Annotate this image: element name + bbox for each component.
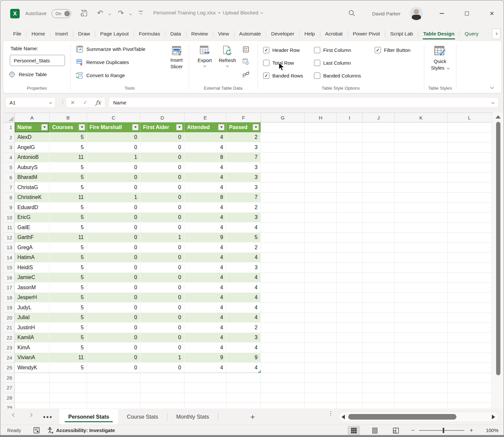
row-header-8[interactable]: 8 [4,193,15,203]
cell-G9[interactable] [261,203,305,213]
cell-B10[interactable]: 5 [50,213,87,223]
column-header-F[interactable]: F [226,113,261,122]
cell-E16[interactable]: 4 [184,273,226,283]
cell-D19[interactable]: 0 [140,303,184,313]
column-header-I[interactable]: I [337,113,363,122]
cell-D7[interactable]: 0 [140,183,184,193]
cell-I18[interactable] [337,293,363,303]
ribbon-tab-formulas[interactable]: Formulas [134,27,165,41]
cell-K27[interactable] [395,383,448,393]
cell-I21[interactable] [337,323,363,333]
export-button[interactable]: Export [195,45,215,67]
cell-A9[interactable]: EduardD [15,203,50,213]
undo-dropdown-icon[interactable] [108,12,111,15]
cell-L21[interactable] [448,323,492,333]
cell-A23[interactable]: KimA [15,343,50,353]
cell-E15[interactable]: 4 [184,263,226,273]
redo-dropdown-icon[interactable] [129,12,132,15]
maximize-button[interactable] [459,7,474,20]
cell-C20[interactable]: 0 [87,313,140,323]
table-header-cell-attended[interactable]: Attended [184,122,226,133]
cell-L7[interactable] [448,183,492,193]
cell-E9[interactable]: 4 [184,203,226,213]
cell-A27[interactable] [15,383,50,393]
cell-C10[interactable]: 0 [87,213,140,223]
column-header-C[interactable]: C [87,113,140,122]
checkbox-first-column[interactable] [314,47,320,53]
cell-F10[interactable]: 3 [226,213,261,223]
formula-bar-input[interactable]: Name [109,97,498,108]
cell-L6[interactable] [448,173,492,183]
spreadsheet-grid[interactable]: ABCDEFGHIJKL 1NameCoursesFire MarshallFi… [4,113,492,408]
cell-D18[interactable]: 0 [140,293,184,303]
cell-C29[interactable] [87,403,140,408]
cell-H18[interactable] [305,293,337,303]
cell-G13[interactable] [261,243,305,253]
row-header-13[interactable]: 13 [4,243,15,253]
row-header-3[interactable]: 3 [4,142,15,153]
cell-J21[interactable] [363,323,395,333]
cell-I12[interactable] [337,233,363,243]
cell-B17[interactable]: 5 [50,283,87,293]
cell-C19[interactable]: 0 [87,303,140,313]
refresh-button[interactable]: Refresh [217,45,238,67]
cell-I6[interactable] [337,173,363,183]
redo-icon[interactable]: ↷ [118,9,124,17]
cell-C18[interactable]: 0 [87,293,140,303]
cell-I20[interactable] [337,313,363,323]
cell-D10[interactable]: 0 [140,213,184,223]
cell-C28[interactable] [87,393,140,403]
cell-B23[interactable]: 5 [50,343,87,353]
column-header-L[interactable]: L [448,113,492,122]
cell-G7[interactable] [261,183,305,193]
row-header-1[interactable]: 1 [4,122,15,133]
cell-I28[interactable] [337,393,363,403]
accessibility-status[interactable]: Accessibility: Investigate [47,427,115,434]
cell-L20[interactable] [448,313,492,323]
cell-L12[interactable] [448,233,492,243]
cell-F26[interactable] [226,373,261,383]
cell-I9[interactable] [337,203,363,213]
cell-D3[interactable]: 0 [140,142,184,153]
ribbon-tab-insert[interactable]: Insert [50,27,73,41]
column-header-B[interactable]: B [50,113,87,122]
cell-C21[interactable]: 0 [87,323,140,333]
cell-D25[interactable]: 0 [140,363,184,373]
cell-C16[interactable]: 0 [87,273,140,283]
cell-G12[interactable] [261,233,305,243]
cell-F4[interactable]: 7 [226,153,261,163]
cell-B9[interactable]: 5 [50,203,87,213]
row-header-12[interactable]: 12 [4,233,15,243]
style-option-banded-rows[interactable]: ✓Banded Rows [263,71,303,80]
cell-B12[interactable]: 11 [50,233,87,243]
cell-K26[interactable] [395,373,448,383]
cell-H25[interactable] [305,363,337,373]
filter-button-passed[interactable] [253,124,259,130]
cell-C26[interactable] [87,373,140,383]
cell-G27[interactable] [261,383,305,393]
ribbon-tab-review[interactable]: Review [186,27,213,41]
row-header-29[interactable]: 29 [4,403,15,408]
cell-L9[interactable] [448,203,492,213]
filter-button-first-aider[interactable] [176,124,182,130]
ribbon-tab-power-pivot[interactable]: Power Pivot [348,27,385,41]
column-header-A[interactable]: A [15,113,50,122]
checkbox-banded-columns[interactable] [314,73,320,79]
cell-L11[interactable] [448,223,492,233]
cell-I23[interactable] [337,343,363,353]
cell-D21[interactable]: 0 [140,323,184,333]
cell-E11[interactable]: 4 [184,223,226,233]
cell-H11[interactable] [305,223,337,233]
cell-L22[interactable] [448,333,492,343]
cell-L10[interactable] [448,213,492,223]
cell-J16[interactable] [363,273,395,283]
cell-K6[interactable] [395,173,448,183]
cell-K28[interactable] [395,393,448,403]
zoom-slider-track[interactable] [419,430,464,431]
cell-E5[interactable]: 4 [184,163,226,173]
page-break-preview-button[interactable] [389,426,402,435]
cell-H19[interactable] [305,303,337,313]
cell-A12[interactable]: GarthF [15,233,50,243]
row-header-26[interactable]: 26 [4,373,15,383]
row-header-17[interactable]: 17 [4,283,15,293]
